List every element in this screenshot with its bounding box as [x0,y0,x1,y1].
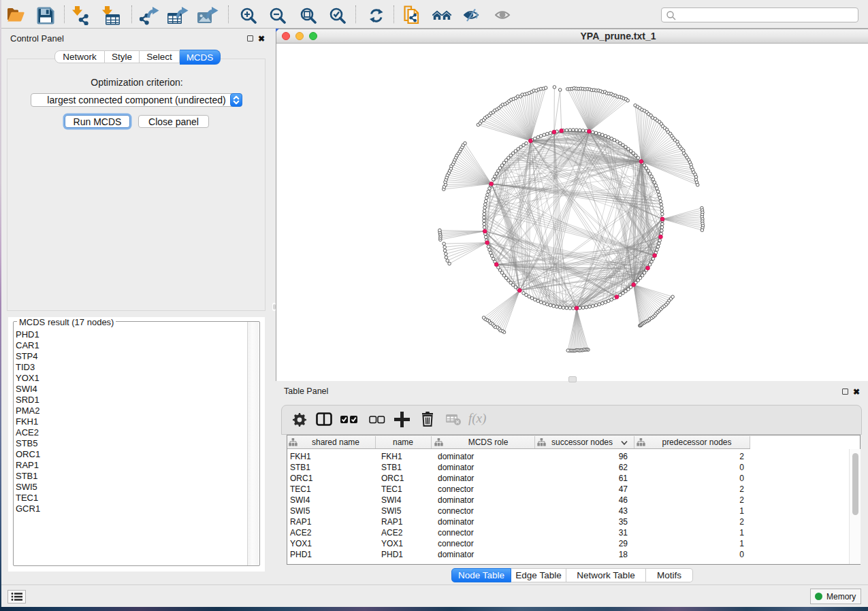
svg-text:f(x): f(x) [468,412,486,426]
